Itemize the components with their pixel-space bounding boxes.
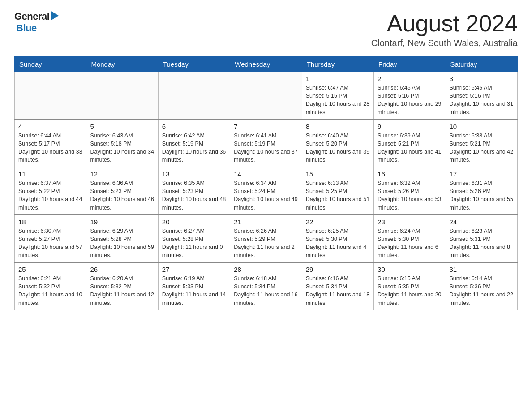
day-info: Sunrise: 6:27 AMSunset: 5:28 PMDaylight:…	[162, 227, 226, 260]
table-row: 18Sunrise: 6:30 AMSunset: 5:27 PMDayligh…	[15, 215, 86, 263]
header-wednesday: Wednesday	[230, 57, 302, 72]
day-number: 10	[450, 123, 514, 130]
header-saturday: Saturday	[446, 57, 517, 72]
day-info: Sunrise: 6:26 AMSunset: 5:29 PMDaylight:…	[234, 227, 298, 260]
calendar-table: Sunday Monday Tuesday Wednesday Thursday…	[14, 56, 518, 310]
title-block: August 2024 Clontarf, New South Wales, A…	[371, 11, 518, 48]
day-info: Sunrise: 6:23 AMSunset: 5:31 PMDaylight:…	[450, 227, 514, 260]
header-tuesday: Tuesday	[158, 57, 230, 72]
day-number: 16	[378, 170, 442, 178]
day-info: Sunrise: 6:24 AMSunset: 5:30 PMDaylight:…	[378, 227, 442, 260]
day-info: Sunrise: 6:34 AMSunset: 5:24 PMDaylight:…	[234, 179, 298, 212]
table-row: 25Sunrise: 6:21 AMSunset: 5:32 PMDayligh…	[15, 262, 86, 310]
day-info: Sunrise: 6:14 AMSunset: 5:36 PMDaylight:…	[450, 274, 514, 307]
table-row: 10Sunrise: 6:38 AMSunset: 5:21 PMDayligh…	[446, 120, 517, 167]
header-thursday: Thursday	[302, 57, 373, 72]
calendar-week-row: 25Sunrise: 6:21 AMSunset: 5:32 PMDayligh…	[15, 262, 518, 310]
table-row	[230, 72, 302, 120]
table-row	[86, 72, 158, 120]
logo-general-text: General	[14, 11, 49, 22]
day-number: 20	[162, 218, 226, 226]
day-info: Sunrise: 6:42 AMSunset: 5:19 PMDaylight:…	[162, 132, 226, 164]
day-info: Sunrise: 6:30 AMSunset: 5:27 PMDaylight:…	[18, 227, 82, 260]
calendar-week-row: 11Sunrise: 6:37 AMSunset: 5:22 PMDayligh…	[15, 167, 518, 215]
calendar-week-row: 18Sunrise: 6:30 AMSunset: 5:27 PMDayligh…	[15, 215, 518, 263]
table-row: 29Sunrise: 6:16 AMSunset: 5:34 PMDayligh…	[302, 262, 373, 310]
calendar-header-row: Sunday Monday Tuesday Wednesday Thursday…	[15, 57, 518, 72]
day-info: Sunrise: 6:33 AMSunset: 5:25 PMDaylight:…	[306, 179, 370, 212]
day-number: 24	[450, 218, 514, 226]
header-sunday: Sunday	[15, 57, 86, 72]
day-info: Sunrise: 6:21 AMSunset: 5:32 PMDaylight:…	[18, 274, 82, 307]
table-row: 17Sunrise: 6:31 AMSunset: 5:26 PMDayligh…	[446, 167, 517, 215]
table-row: 28Sunrise: 6:18 AMSunset: 5:34 PMDayligh…	[230, 262, 302, 310]
day-info: Sunrise: 6:35 AMSunset: 5:23 PMDaylight:…	[162, 179, 226, 212]
day-number: 13	[162, 170, 226, 178]
day-number: 26	[90, 265, 154, 273]
day-info: Sunrise: 6:19 AMSunset: 5:33 PMDaylight:…	[162, 274, 226, 307]
calendar-week-row: 1Sunrise: 6:47 AMSunset: 5:15 PMDaylight…	[15, 72, 518, 120]
day-number: 30	[378, 265, 442, 273]
day-number: 6	[162, 123, 226, 130]
day-number: 2	[378, 75, 442, 82]
day-number: 4	[18, 123, 82, 130]
day-number: 27	[162, 265, 226, 273]
day-number: 15	[306, 170, 370, 178]
day-number: 5	[90, 123, 154, 130]
day-info: Sunrise: 6:20 AMSunset: 5:32 PMDaylight:…	[90, 274, 154, 307]
day-number: 11	[18, 170, 82, 178]
location-subtitle: Clontarf, New South Wales, Australia	[371, 38, 518, 48]
header-monday: Monday	[86, 57, 158, 72]
day-info: Sunrise: 6:36 AMSunset: 5:23 PMDaylight:…	[90, 179, 154, 212]
table-row: 26Sunrise: 6:20 AMSunset: 5:32 PMDayligh…	[86, 262, 158, 310]
table-row: 20Sunrise: 6:27 AMSunset: 5:28 PMDayligh…	[158, 215, 230, 263]
day-info: Sunrise: 6:38 AMSunset: 5:21 PMDaylight:…	[450, 132, 514, 164]
day-info: Sunrise: 6:40 AMSunset: 5:20 PMDaylight:…	[306, 132, 370, 164]
day-info: Sunrise: 6:41 AMSunset: 5:19 PMDaylight:…	[234, 132, 298, 164]
day-number: 14	[234, 170, 298, 178]
day-number: 28	[234, 265, 298, 273]
day-info: Sunrise: 6:32 AMSunset: 5:26 PMDaylight:…	[378, 179, 442, 212]
day-number: 21	[234, 218, 298, 226]
table-row: 24Sunrise: 6:23 AMSunset: 5:31 PMDayligh…	[446, 215, 517, 263]
day-info: Sunrise: 6:44 AMSunset: 5:17 PMDaylight:…	[18, 132, 82, 164]
day-number: 31	[450, 265, 514, 273]
day-number: 17	[450, 170, 514, 178]
table-row: 13Sunrise: 6:35 AMSunset: 5:23 PMDayligh…	[158, 167, 230, 215]
table-row	[15, 72, 86, 120]
day-number: 3	[450, 75, 514, 82]
month-title: August 2024	[371, 11, 518, 36]
table-row: 4Sunrise: 6:44 AMSunset: 5:17 PMDaylight…	[15, 120, 86, 167]
logo-arrow-icon	[51, 11, 59, 21]
day-number: 29	[306, 265, 370, 273]
day-number: 22	[306, 218, 370, 226]
table-row: 2Sunrise: 6:46 AMSunset: 5:16 PMDaylight…	[374, 72, 446, 120]
day-number: 23	[378, 218, 442, 226]
table-row: 31Sunrise: 6:14 AMSunset: 5:36 PMDayligh…	[446, 262, 517, 310]
table-row: 15Sunrise: 6:33 AMSunset: 5:25 PMDayligh…	[302, 167, 373, 215]
day-number: 8	[306, 123, 370, 130]
logo: General Blue	[14, 11, 59, 34]
table-row: 30Sunrise: 6:15 AMSunset: 5:35 PMDayligh…	[374, 262, 446, 310]
day-info: Sunrise: 6:43 AMSunset: 5:18 PMDaylight:…	[90, 132, 154, 164]
day-info: Sunrise: 6:47 AMSunset: 5:15 PMDaylight:…	[306, 84, 370, 116]
day-number: 19	[90, 218, 154, 226]
table-row: 1Sunrise: 6:47 AMSunset: 5:15 PMDaylight…	[302, 72, 373, 120]
day-info: Sunrise: 6:46 AMSunset: 5:16 PMDaylight:…	[378, 84, 442, 116]
table-row: 5Sunrise: 6:43 AMSunset: 5:18 PMDaylight…	[86, 120, 158, 167]
table-row: 11Sunrise: 6:37 AMSunset: 5:22 PMDayligh…	[15, 167, 86, 215]
table-row: 3Sunrise: 6:45 AMSunset: 5:16 PMDaylight…	[446, 72, 517, 120]
table-row: 9Sunrise: 6:39 AMSunset: 5:21 PMDaylight…	[374, 120, 446, 167]
day-info: Sunrise: 6:18 AMSunset: 5:34 PMDaylight:…	[234, 274, 298, 307]
day-number: 12	[90, 170, 154, 178]
table-row: 8Sunrise: 6:40 AMSunset: 5:20 PMDaylight…	[302, 120, 373, 167]
day-number: 25	[18, 265, 82, 273]
day-info: Sunrise: 6:37 AMSunset: 5:22 PMDaylight:…	[18, 179, 82, 212]
day-number: 7	[234, 123, 298, 130]
table-row: 6Sunrise: 6:42 AMSunset: 5:19 PMDaylight…	[158, 120, 230, 167]
day-info: Sunrise: 6:25 AMSunset: 5:30 PMDaylight:…	[306, 227, 370, 260]
day-number: 9	[378, 123, 442, 130]
table-row: 19Sunrise: 6:29 AMSunset: 5:28 PMDayligh…	[86, 215, 158, 263]
day-info: Sunrise: 6:15 AMSunset: 5:35 PMDaylight:…	[378, 274, 442, 307]
day-info: Sunrise: 6:16 AMSunset: 5:34 PMDaylight:…	[306, 274, 370, 307]
